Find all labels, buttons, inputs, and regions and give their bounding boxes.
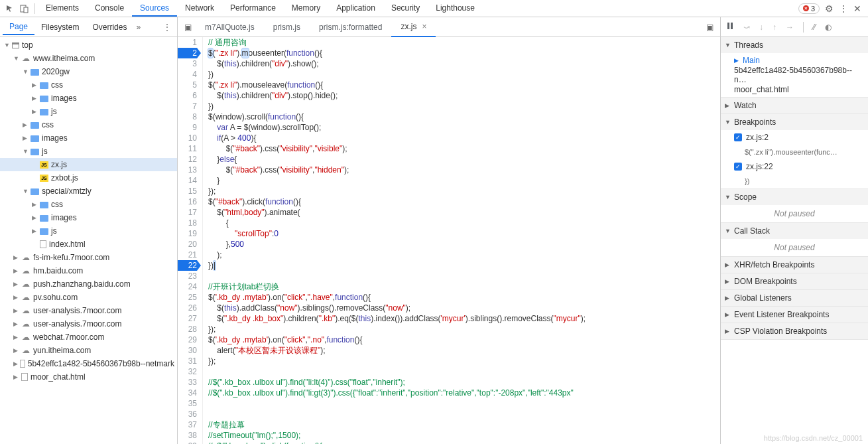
tree-folder-special[interactable]: ▼special/xmtzly (0, 185, 177, 198)
close-tab-icon[interactable]: × (422, 22, 426, 31)
file-tab-active[interactable]: zx.js× (391, 18, 436, 37)
tree-folder-css[interactable]: ▶css (0, 118, 177, 131)
section-event[interactable]: ▶Event Listener Breakpoints (721, 307, 868, 323)
nav-tab-overrides[interactable]: Overrides (86, 20, 133, 35)
tree-domain-itheima[interactable]: ▼www.itheima.com (0, 52, 177, 65)
inspect-icon[interactable] (3, 1, 17, 16)
cloud-icon (21, 279, 31, 289)
tree-worker[interactable]: ▶moor_chat.html (0, 370, 177, 384)
tab-sources[interactable]: Sources (132, 0, 177, 17)
tab-network[interactable]: Network (177, 0, 222, 17)
not-paused-label: Not paused (721, 239, 868, 256)
devtools-toolbar: Elements Console Sources Network Perform… (0, 0, 868, 17)
section-scope[interactable]: ▼Scope (721, 189, 868, 205)
doc-icon (21, 373, 28, 381)
breakpoint-item[interactable]: zx.js:22 (721, 159, 868, 174)
tree-domain[interactable]: ▶hm.baidu.com (0, 264, 177, 277)
tree-domain[interactable]: ▶webchat.7moor.com (0, 331, 177, 344)
cloud-icon (21, 319, 31, 329)
file-tab[interactable]: prism.js (264, 17, 310, 37)
folder-icon (40, 109, 48, 115)
tree-folder-images[interactable]: ▶images (0, 211, 177, 224)
tree-folder-images[interactable]: ▶images (0, 131, 177, 145)
section-csp[interactable]: ▶CSP Violation Breakpoints (721, 323, 868, 339)
section-watch[interactable]: ▶Watch (721, 98, 868, 113)
step-out-icon[interactable]: ↑ (773, 23, 776, 32)
device-toggle-icon[interactable] (17, 1, 32, 16)
tree-domain[interactable]: ▶user-analysis.7moor.com (0, 304, 177, 317)
section-callstack[interactable]: ▼Call Stack (721, 223, 868, 239)
breakpoint-source: }) (721, 174, 868, 188)
thread-worker[interactable]: moor_chat.html (721, 82, 868, 97)
pause-on-exc-icon[interactable]: ◐ (825, 23, 832, 32)
folder-icon (40, 96, 48, 102)
tree-file-zxjs[interactable]: zx.js (0, 158, 177, 171)
tree-folder-2020gw[interactable]: ▼2020gw (0, 65, 177, 78)
thread-worker[interactable]: 5b42effc1a482-5b4560367b98b--n… (721, 68, 868, 82)
tab-performance[interactable]: Performance (222, 0, 284, 17)
nav-more-icon[interactable]: » (136, 23, 141, 32)
code-editor[interactable]: 1234567891011121314151617181920212223242… (178, 37, 720, 444)
section-dom[interactable]: ▶DOM Breakpoints (721, 273, 868, 289)
tree-file-zxbot[interactable]: zxbot.js (0, 171, 177, 185)
error-count: 3 (811, 5, 815, 13)
tree-top[interactable]: ▼top (0, 38, 177, 52)
section-global[interactable]: ▶Global Listeners (721, 290, 868, 306)
tab-security[interactable]: Security (383, 0, 428, 17)
settings-icon[interactable]: ⚙ (825, 3, 834, 14)
tree-folder-css[interactable]: ▶css (0, 198, 177, 211)
step-icon[interactable]: → (786, 23, 794, 32)
folder-icon (31, 69, 39, 76)
tree-folder-js[interactable]: ▶js (0, 224, 177, 238)
nav-menu-icon[interactable]: ⋮ (160, 23, 174, 32)
tree-folder-images[interactable]: ▶images (0, 92, 177, 105)
checkbox-icon[interactable] (734, 133, 742, 141)
tree-domain[interactable]: ▶fs-im-kefu.7moor.com (0, 251, 177, 264)
folder-icon (40, 82, 48, 89)
tree-domain[interactable]: ▶user-analysis.7moor.com (0, 317, 177, 331)
step-over-icon[interactable]: ⤻ (743, 23, 750, 32)
navigator-pane: Page Filesystem Overrides » ⋮ ▼top ▼www.… (0, 17, 178, 444)
tree-folder-js[interactable]: ▶js (0, 105, 177, 118)
nav-tab-filesystem[interactable]: Filesystem (34, 20, 86, 35)
cloud-icon (21, 54, 31, 63)
step-into-icon[interactable]: ↓ (759, 23, 763, 32)
tree-domain[interactable]: ▶yun.itheima.com (0, 344, 177, 357)
section-xhr[interactable]: ▶XHR/fetch Breakpoints (721, 257, 868, 273)
folder-icon (40, 215, 48, 222)
section-threads[interactable]: ▼Threads (721, 37, 868, 53)
tab-lighthouse[interactable]: Lighthouse (428, 0, 483, 17)
deactivate-bp-icon[interactable]: ⁄⁄ (813, 23, 816, 32)
folder-icon (40, 202, 48, 208)
doc-icon (20, 360, 25, 368)
file-tab[interactable]: m7AllQuote.js (196, 17, 264, 37)
tab-memory[interactable]: Memory (284, 0, 328, 17)
nav-tab-page[interactable]: Page (3, 19, 34, 35)
tree-domain[interactable]: ▶pv.sohu.com (0, 291, 177, 304)
more-icon[interactable]: ⋮ (839, 3, 848, 14)
section-breakpoints[interactable]: ▼Breakpoints (721, 114, 868, 130)
js-file-icon (40, 161, 48, 169)
not-paused-label: Not paused (721, 205, 868, 222)
breakpoint-source: $(".zx li").mouseenter(func… (721, 145, 868, 159)
debug-toggle-icon[interactable]: ▣ (702, 23, 717, 32)
tree-domain[interactable]: ▶push.zhanzhang.baidu.com (0, 277, 177, 291)
pause-icon[interactable] (726, 22, 734, 32)
tree-worker[interactable]: ▶5b42effc1a482-5b4560367b98b--netmark (0, 357, 177, 370)
tab-elements[interactable]: Elements (38, 0, 87, 17)
tree-file-index[interactable]: index.html (0, 238, 177, 251)
debugger-pane: ⤻ ↓ ↑ → ⁄⁄ ◐ ▼Threads ▶Main 5b42effc1a48… (721, 17, 868, 444)
file-tab[interactable]: prism.js:formatted (310, 17, 391, 37)
navigator-toggle-icon[interactable]: ▣ (180, 23, 196, 32)
breakpoint-item[interactable]: zx.js:2 (721, 130, 868, 145)
tree-folder-css[interactable]: ▶css (0, 78, 177, 92)
js-file-icon (40, 175, 48, 182)
tab-console[interactable]: Console (87, 0, 132, 17)
checkbox-icon[interactable] (734, 163, 742, 171)
file-tree: ▼top ▼www.itheima.com ▼2020gw ▶css ▶imag… (0, 37, 177, 444)
error-badge[interactable]: 3 (798, 3, 820, 14)
close-icon[interactable]: ✕ (853, 3, 861, 14)
cloud-icon (21, 333, 31, 342)
tab-application[interactable]: Application (328, 0, 383, 17)
tree-folder-js[interactable]: ▼js (0, 145, 177, 158)
